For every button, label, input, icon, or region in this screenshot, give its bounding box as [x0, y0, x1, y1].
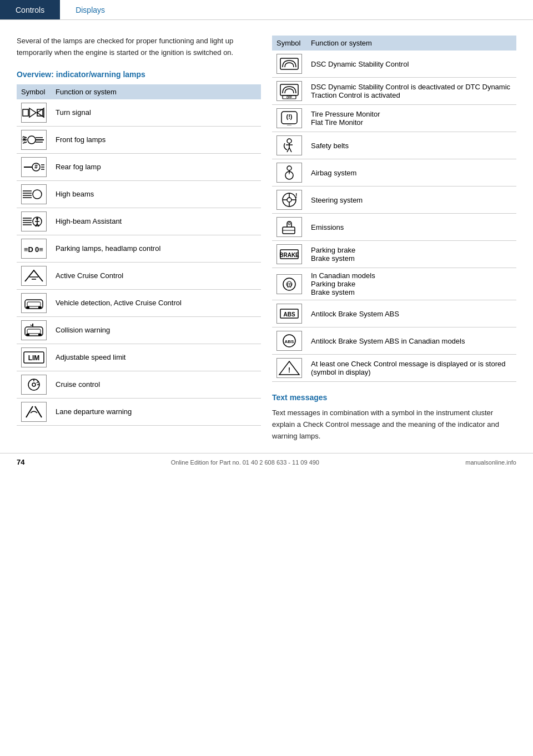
- tab-controls[interactable]: Controls: [0, 0, 60, 19]
- steering-svg: !: [277, 191, 301, 209]
- svg-point-68: [287, 166, 291, 170]
- right-indicator-table: Symbol Function or system: [272, 36, 516, 382]
- symbol-cell: [272, 132, 306, 159]
- table-row: (!) __ Tire Pressure MonitorFlat Tire Mo…: [272, 105, 516, 132]
- symbol-cell: ABS: [272, 327, 306, 355]
- svg-rect-38: [27, 302, 41, 306]
- function-text: Vehicle detection, Active Cruise Control: [51, 289, 261, 316]
- right-column: Symbol Function or system: [272, 36, 516, 442]
- svg-text:LIM: LIM: [28, 354, 40, 362]
- symbol-cell: [17, 289, 51, 316]
- svg-text:__: __: [286, 121, 291, 125]
- symbol-cell: [17, 316, 51, 344]
- parking-svg: ≡D 0≡: [22, 240, 46, 258]
- function-text: High beams: [51, 180, 261, 208]
- function-text: Steering system: [306, 187, 516, 214]
- lim-svg: LIM: [22, 349, 46, 366]
- svg-text:(!): (!): [287, 282, 292, 288]
- vehicle-detection-icon: [21, 293, 47, 313]
- svg-point-73: [287, 198, 291, 202]
- svg-text:✳: ✳: [22, 135, 28, 144]
- table-row: (!) In Canadian modelsParking brakeBrake…: [272, 268, 516, 300]
- table-row: Turn signal: [17, 99, 261, 127]
- high-beams-svg: [22, 185, 46, 203]
- svg-text:0≡: 0≡: [35, 245, 43, 254]
- symbol-cell: [17, 99, 51, 127]
- high-beams-icon: [21, 184, 47, 204]
- svg-text:ABS: ABS: [285, 339, 295, 344]
- svg-point-28: [36, 218, 38, 220]
- svg-rect-44: [38, 334, 42, 336]
- check-control-icon: !: [276, 358, 302, 378]
- svg-text:BRAKE: BRAKE: [279, 252, 299, 258]
- svg-point-4: [28, 136, 36, 144]
- function-text: Cruise control: [51, 371, 261, 398]
- svg-text:!: !: [288, 366, 290, 374]
- svg-rect-39: [26, 306, 29, 309]
- airbag-icon: [276, 163, 302, 183]
- top-navigation: Controls Displays: [0, 0, 533, 20]
- symbol-cell: #: [17, 153, 51, 180]
- tab-displays[interactable]: Displays: [60, 0, 120, 19]
- svg-rect-43: [26, 334, 29, 336]
- table-row: Cruise control: [17, 371, 261, 398]
- tire-pressure-icon: (!) __: [276, 108, 302, 128]
- page-footer: 74 Online Edition for Part no. 01 40 2 6…: [0, 453, 533, 471]
- table-row: High-beam Assistant: [17, 208, 261, 235]
- symbol-cell: !: [272, 355, 306, 382]
- airbag-svg: [277, 164, 301, 182]
- table-row: Lane departure warning: [17, 398, 261, 425]
- vd-svg: [22, 294, 46, 312]
- emissions-icon: [276, 217, 302, 237]
- svg-line-67: [289, 148, 291, 152]
- symbol-cell: (!): [272, 268, 306, 300]
- left-column: Several of the lamps are checked for pro…: [17, 36, 261, 442]
- svg-point-80: [288, 223, 290, 225]
- cc-svg: [22, 376, 46, 394]
- function-text: Front fog lamps: [51, 126, 261, 153]
- svg-text:≡D: ≡D: [24, 245, 33, 254]
- function-text: High-beam Assistant: [51, 208, 261, 235]
- parking-lamps-icon: ≡D 0≡: [21, 239, 47, 259]
- svg-line-52: [37, 381, 38, 383]
- table-row: DSC Dynamic Stability Control: [272, 51, 516, 78]
- cruise-control-icon: [21, 375, 47, 395]
- function-text: Airbag system: [306, 159, 516, 187]
- table-row: Emissions: [272, 214, 516, 241]
- right-table-symbol-header: Symbol: [272, 36, 306, 51]
- dsc-svg: [277, 55, 301, 73]
- cc2-svg: !: [277, 359, 301, 377]
- symbol-cell: [17, 398, 51, 425]
- symbol-cell: [17, 371, 51, 398]
- table-row: LIM Adjustable speed limit: [17, 344, 261, 371]
- svg-text:OFF: OFF: [286, 95, 292, 99]
- svg-rect-0: [23, 109, 28, 116]
- symbol-cell: OFF: [272, 78, 306, 105]
- overview-section-title: Overview: indicator/warning lamps: [17, 70, 261, 79]
- main-content: Several of the lamps are checked for pro…: [0, 20, 533, 453]
- brand-text: manualsonline.info: [465, 459, 516, 466]
- symbol-cell: (!) __: [272, 105, 306, 132]
- left-table-function-header: Function or system: [51, 84, 261, 99]
- svg-point-18: [33, 190, 42, 199]
- abs-svg: ABS: [277, 305, 301, 322]
- symbol-cell: [17, 180, 51, 208]
- text-messages-title: Text messages: [272, 393, 516, 402]
- function-text: Safety belts: [306, 132, 516, 159]
- table-row: ✳ Front fog lamps: [17, 126, 261, 153]
- cb-svg: (!): [277, 275, 301, 293]
- function-text: DSC Dynamic Stability Control: [306, 51, 516, 78]
- emissions-svg: [277, 218, 301, 236]
- rear-fog-icon: #: [21, 157, 47, 177]
- symbol-cell: ✳: [17, 126, 51, 153]
- function-text: DSC Dynamic Stability Control is deactiv…: [306, 78, 516, 105]
- function-text: Lane departure warning: [51, 398, 261, 425]
- table-row: BRAKE Parking brakeBrake system: [272, 241, 516, 268]
- adj-speed-icon: LIM: [21, 347, 47, 367]
- safety-belts-icon: [276, 135, 302, 155]
- absc-svg: ABS: [277, 332, 301, 350]
- svg-rect-40: [38, 306, 42, 309]
- table-row: ! Steering system: [272, 187, 516, 214]
- symbol-cell: [272, 51, 306, 78]
- function-text: Parking brakeBrake system: [306, 241, 516, 268]
